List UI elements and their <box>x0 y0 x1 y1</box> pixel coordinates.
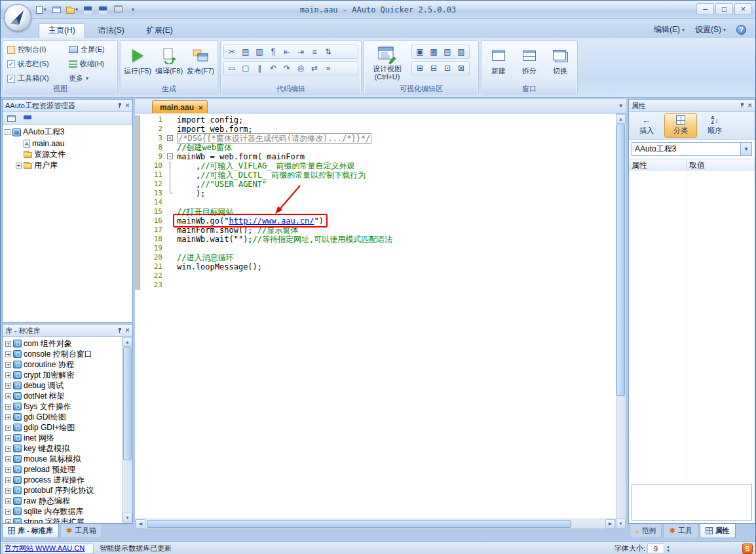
library-item[interactable]: +debug 调试 <box>3 380 132 391</box>
library-item[interactable]: +key 键盘模拟 <box>3 443 132 454</box>
library-item[interactable]: +com 组件对象 <box>3 338 132 349</box>
expand-icon[interactable]: + <box>16 163 22 168</box>
library-item[interactable]: +dotNet 框架 <box>3 391 132 401</box>
library-item[interactable]: +string 字符串扩展 <box>3 517 132 523</box>
design-view-button[interactable]: 设计视图 (Ctrl+U) <box>367 43 407 81</box>
tree-item[interactable]: 资源文件 <box>3 149 132 160</box>
library-item[interactable]: +coroutine 协程 <box>3 359 132 370</box>
view-button-0[interactable]: 全屏(E) <box>69 44 105 55</box>
code-editor[interactable]: 1import config;2import web.form;3+/*DSG{… <box>135 113 616 519</box>
tab-toolbox[interactable]: 工具箱 <box>60 524 102 538</box>
expand-icon[interactable]: + <box>5 393 11 399</box>
expand-icon[interactable]: + <box>5 341 11 347</box>
checkbox-icon[interactable]: ✓ <box>7 75 15 83</box>
switch-window-button[interactable]: 切换 <box>546 44 575 76</box>
new-window-button[interactable]: 新建 <box>484 44 513 76</box>
categorized-button[interactable]: 分类 <box>664 113 697 138</box>
cut-icon-button[interactable]: ✂ <box>225 46 238 58</box>
insert-button[interactable]: ←插入 <box>630 113 663 138</box>
scroll-down-icon[interactable]: ▼ <box>616 519 626 528</box>
chevron-down-icon[interactable]: ▼ <box>740 143 751 155</box>
replace-icon-button[interactable]: ⇄ <box>308 62 321 74</box>
tabpage-icon-button[interactable]: ▤ <box>441 46 454 58</box>
save-button[interactable] <box>81 3 94 16</box>
library-item[interactable]: +gdip GDI+绘图 <box>3 422 132 433</box>
ribbon-tab[interactable]: 主页(H) <box>39 23 85 38</box>
grid-icon-button[interactable]: ⊠ <box>455 62 468 74</box>
layer-icon-button[interactable]: ⊡ <box>441 62 454 74</box>
editor-vertical-scrollbar[interactable]: ▲ ▼ <box>616 113 626 529</box>
library-item[interactable]: +sqlite 内存数据库 <box>3 506 132 517</box>
tree-root[interactable]: -AAuto工程3 <box>3 127 132 138</box>
indent-icon-button[interactable]: ⇥ <box>294 46 307 58</box>
view-option-0[interactable]: 控制台(I) <box>7 44 49 55</box>
expand-icon[interactable]: + <box>5 383 11 389</box>
round-rect-icon-button[interactable]: ▢ <box>239 62 252 74</box>
rect-select-icon-button[interactable]: ▭ <box>225 62 238 74</box>
expand-icon[interactable]: + <box>5 467 11 473</box>
tab-examples[interactable]: 范例 <box>630 524 662 538</box>
format-icon-button[interactable]: ¶ <box>267 46 280 58</box>
undo-icon-button[interactable]: ↶ <box>267 62 280 74</box>
library-item[interactable]: +raw 静态编程 <box>3 496 132 506</box>
redo-icon-button[interactable]: ↷ <box>280 62 293 74</box>
split-window-button[interactable]: 拆分 <box>515 44 544 76</box>
library-item[interactable]: +protobuf 序列化协议 <box>3 485 132 496</box>
library-item[interactable]: +fsys 文件操作 <box>3 401 132 412</box>
tab-library[interactable]: 库 - 标准库 <box>2 524 59 538</box>
font-size-stepper[interactable]: ▲ ▼ <box>666 545 670 553</box>
expand-icon[interactable]: + <box>5 488 11 494</box>
expand-icon[interactable]: + <box>5 425 11 431</box>
expand-icon[interactable]: + <box>5 351 11 357</box>
scroll-up-icon[interactable]: ▲ <box>123 337 132 347</box>
library-item[interactable]: +mouse 鼠标模拟 <box>3 454 132 464</box>
pin-icon[interactable] <box>740 103 745 109</box>
float-window-button[interactable] <box>5 112 18 125</box>
close-icon[interactable]: × <box>125 102 130 109</box>
library-item[interactable]: +process 进程操作 <box>3 475 132 485</box>
properties-grid[interactable] <box>629 170 755 480</box>
fold-expand-icon[interactable]: + <box>167 135 173 141</box>
outdent-icon-button[interactable]: ⇤ <box>280 46 293 58</box>
library-scrollbar[interactable]: ▲ ▼ <box>122 337 132 523</box>
app-logo-button[interactable] <box>4 4 31 31</box>
dock-icon-button[interactable]: ⊟ <box>427 62 440 74</box>
find-icon-button[interactable]: ◎ <box>294 62 307 74</box>
fold-collapse-icon[interactable]: - <box>167 153 173 159</box>
scrollbar-thumb[interactable] <box>147 520 571 528</box>
code-area[interactable]: 1import config;2import web.form;3+/*DSG{… <box>135 113 616 519</box>
new-file-button[interactable]: ▾ <box>35 3 48 16</box>
run-button[interactable]: 运行(F5) <box>123 44 152 76</box>
publish-button[interactable]: 发布(F7) <box>186 44 215 76</box>
comment-icon-button[interactable]: ∥ <box>253 62 266 74</box>
official-site-link[interactable]: 官方网站 WWW.AAU.CN <box>2 544 94 554</box>
tab-properties[interactable]: 属性 <box>700 524 736 538</box>
maximize-button[interactable]: □ <box>715 3 733 14</box>
sort-icon-button[interactable]: ⇅ <box>322 46 335 58</box>
save-all-button[interactable] <box>96 3 109 16</box>
expand-icon[interactable]: + <box>5 498 11 504</box>
scroll-left-icon[interactable]: ◀ <box>136 519 145 528</box>
sort-button[interactable]: AZ↓顺序 <box>698 113 731 138</box>
panel-icon-button[interactable]: ▧ <box>455 46 468 58</box>
ribbon-tab[interactable]: 扩展(E) <box>138 23 182 38</box>
close-icon[interactable]: × <box>125 327 130 334</box>
open-folder-button[interactable]: ▾ <box>65 3 79 16</box>
spin-down-icon[interactable]: ▼ <box>666 549 670 553</box>
view-button-2[interactable]: 更多▾ <box>69 73 105 84</box>
scroll-down-icon[interactable]: ▼ <box>123 513 132 523</box>
view-option-2[interactable]: ✓工具箱(X) <box>7 73 49 84</box>
frame-icon-button[interactable]: ▣ <box>413 46 426 58</box>
checkbox-icon[interactable]: ✓ <box>7 60 15 68</box>
library-item[interactable]: +inet 网络 <box>3 433 132 443</box>
expand-icon[interactable]: + <box>5 446 11 452</box>
scroll-right-icon[interactable]: ▶ <box>605 519 615 528</box>
expand-icon[interactable]: + <box>5 362 11 368</box>
ribbon-tab[interactable]: 语法(S) <box>89 23 134 38</box>
font-size-value[interactable]: 9 <box>647 544 664 553</box>
scrollbar-thumb[interactable] <box>616 125 625 396</box>
paste-icon-button[interactable]: ▥ <box>253 46 266 58</box>
print-button[interactable] <box>111 3 124 16</box>
expand-icon[interactable]: + <box>5 477 11 483</box>
expand-icon[interactable]: + <box>5 435 11 441</box>
